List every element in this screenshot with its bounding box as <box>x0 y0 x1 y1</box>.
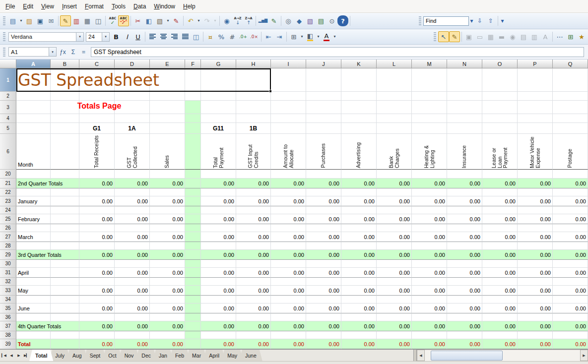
toolbar-grip[interactable] <box>3 48 5 57</box>
cell-Q4[interactable] <box>553 114 588 123</box>
cell-C24[interactable] <box>79 206 115 214</box>
column-header-I[interactable]: I <box>271 60 306 68</box>
cell-F36[interactable] <box>185 313 201 321</box>
paste-icon[interactable]: ▧ <box>154 15 165 26</box>
row-header-3[interactable]: 3 <box>0 101 16 114</box>
cell-O38[interactable] <box>482 331 518 339</box>
column-header-M[interactable]: M <box>412 60 447 68</box>
cell-C20[interactable] <box>79 170 115 179</box>
row-header-32[interactable]: 32 <box>0 278 16 286</box>
cell-D36[interactable] <box>115 313 150 321</box>
select-pointer-icon[interactable]: ↖ <box>438 31 449 42</box>
cell-I22[interactable] <box>271 188 306 196</box>
function-button[interactable]: = <box>78 47 89 57</box>
cell-L36[interactable] <box>377 313 412 321</box>
cell-I4[interactable] <box>271 114 306 123</box>
sum-button[interactable]: Σ <box>68 47 78 57</box>
row-header-5[interactable]: 5 <box>0 123 16 134</box>
cell-I34[interactable] <box>271 296 306 303</box>
cell-M34[interactable] <box>412 296 447 303</box>
cell-Q39[interactable]: 0.00 <box>553 339 588 349</box>
label-field-icon[interactable]: A <box>540 31 551 42</box>
cell-N32[interactable] <box>447 278 482 286</box>
cell-N33[interactable]: 0.00 <box>447 286 482 296</box>
cell-M20[interactable] <box>412 170 447 179</box>
redo-dropdown-icon[interactable]: ▾ <box>212 15 218 26</box>
hyperlink-icon[interactable]: ◉ <box>221 15 232 26</box>
cell-Q24[interactable] <box>553 206 588 214</box>
cell-L25[interactable]: 0.00 <box>377 214 412 224</box>
cell-M21[interactable]: 0.00 <box>412 179 447 188</box>
cell-P24[interactable] <box>518 206 553 214</box>
cell-G4[interactable] <box>201 114 236 123</box>
cell-I21[interactable]: 0.00 <box>271 179 306 188</box>
cell-K3[interactable] <box>341 101 377 114</box>
copy-icon[interactable]: ◧ <box>143 15 154 26</box>
cell-D21[interactable]: 0.00 <box>115 179 150 188</box>
cell-F31[interactable] <box>185 268 201 278</box>
open-icon[interactable]: ▨ <box>24 15 35 26</box>
cell-I3[interactable] <box>271 101 306 114</box>
cell-C39[interactable]: 0.00 <box>79 339 115 349</box>
cell-A28[interactable] <box>16 242 51 250</box>
cell-G30[interactable] <box>201 260 236 268</box>
cell-B28[interactable] <box>51 242 79 250</box>
cell-Q36[interactable] <box>553 313 588 321</box>
cell-B23[interactable] <box>51 196 79 206</box>
toolbar-grip[interactable] <box>3 16 5 25</box>
cell-F32[interactable] <box>185 278 201 286</box>
cell-N24[interactable] <box>447 206 482 214</box>
cell-Q23[interactable]: 0.00 <box>553 196 588 206</box>
cell-K32[interactable] <box>341 278 377 286</box>
menu-edit[interactable]: Edit <box>19 1 37 11</box>
cell-B30[interactable] <box>51 260 79 268</box>
cell-G36[interactable] <box>201 313 236 321</box>
cell-I29[interactable]: 0.00 <box>271 250 306 260</box>
column-header-F[interactable]: F <box>185 60 201 68</box>
cell-J35[interactable]: 0.00 <box>306 303 341 313</box>
cell-A20[interactable] <box>16 170 51 179</box>
cell-K34[interactable] <box>341 296 377 303</box>
decrease-indent-icon[interactable]: ⇤ <box>263 31 274 42</box>
bold-button[interactable]: B <box>111 31 122 42</box>
cell-A4[interactable] <box>16 114 51 123</box>
check-box-icon[interactable]: ▣ <box>463 31 474 42</box>
cell-I27[interactable]: 0.00 <box>271 232 306 242</box>
cell-G28[interactable] <box>201 242 236 250</box>
cell-K27[interactable]: 0.00 <box>341 232 377 242</box>
row-header-21[interactable]: 21 <box>0 179 16 188</box>
design-mode-icon[interactable]: ✎ <box>449 31 460 42</box>
cell-E38[interactable] <box>150 331 185 339</box>
row-header-29[interactable]: 29 <box>0 250 16 260</box>
menu-format[interactable]: Format <box>81 1 108 11</box>
more-controls-icon[interactable]: ⋯ <box>554 31 565 42</box>
cell-Q35[interactable]: 0.00 <box>553 303 588 313</box>
cell-J21[interactable]: 0.00 <box>306 179 341 188</box>
cell-M33[interactable]: 0.00 <box>412 286 447 296</box>
cell-M24[interactable] <box>412 206 447 214</box>
cell-A31[interactable]: April <box>16 268 51 278</box>
formatted-field-icon[interactable]: ▦ <box>485 31 496 42</box>
cell-O35[interactable]: 0.00 <box>482 303 518 313</box>
cell-J6[interactable]: Purchases <box>306 134 341 170</box>
cell-P25[interactable]: 0.00 <box>518 214 553 224</box>
form-design-icon[interactable]: ⊞ <box>565 31 576 42</box>
cell-K20[interactable] <box>341 170 377 179</box>
select-all-corner[interactable] <box>0 60 16 68</box>
cell-B22[interactable] <box>51 188 79 196</box>
row-header-27[interactable]: 27 <box>0 232 16 242</box>
column-header-Q[interactable]: Q <box>553 60 588 68</box>
cell-E4[interactable] <box>150 114 185 123</box>
cell-B39[interactable] <box>51 339 79 349</box>
cell-Q33[interactable]: 0.00 <box>553 286 588 296</box>
cell-J37[interactable]: 0.00 <box>306 321 341 331</box>
cell-J23[interactable]: 0.00 <box>306 196 341 206</box>
cell-Q21[interactable]: 0.00 <box>553 179 588 188</box>
row-header-37[interactable]: 37 <box>0 321 16 331</box>
cell-F6[interactable] <box>185 134 201 170</box>
cell-M3[interactable] <box>412 101 447 114</box>
cell-F21[interactable] <box>185 179 201 188</box>
cell-A37[interactable]: 4th Quarter Totals <box>16 321 51 331</box>
cell-B36[interactable] <box>51 313 79 321</box>
cell-F24[interactable] <box>185 206 201 214</box>
